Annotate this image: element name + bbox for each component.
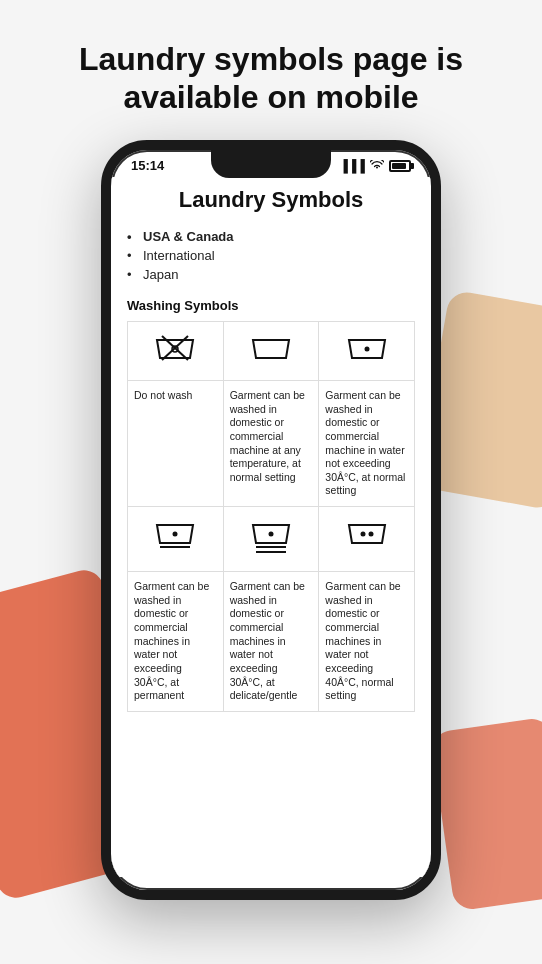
cell-text-wash-30-perm: Garment can be washed in domestic or com… <box>128 572 224 712</box>
symbol-wash-30 <box>319 322 415 381</box>
app-title: Laundry Symbols <box>127 187 415 213</box>
battery-icon <box>389 160 411 172</box>
nav-list[interactable]: USA & Canada International Japan <box>127 227 415 284</box>
phone-content[interactable]: Laundry Symbols USA & Canada Internation… <box>111 177 431 877</box>
symbols-table: Do not wash Garment can be washed in dom… <box>127 321 415 712</box>
symbol-wash-30-delicate <box>223 507 319 572</box>
cell-text-wash-40: Garment can be washed in domestic or com… <box>319 572 415 712</box>
svg-point-4 <box>173 532 178 537</box>
svg-point-3 <box>364 347 369 352</box>
symbol-do-not-wash <box>128 322 224 381</box>
table-row-text-2: Garment can be washed in domestic or com… <box>128 572 415 712</box>
table-row-icons-2 <box>128 507 415 572</box>
symbol-wash-30-perm <box>128 507 224 572</box>
nav-item-japan[interactable]: Japan <box>127 265 415 284</box>
phone-frame: 15:14 ▐▐▐ Laundry Symbols USA & Canada <box>101 140 441 900</box>
status-time: 15:14 <box>131 158 164 173</box>
app-main: Laundry Symbols USA & Canada Internation… <box>111 177 431 712</box>
cell-text-wash-30-delicate: Garment can be washed in domestic or com… <box>223 572 319 712</box>
symbol-wash-any-temp <box>223 322 319 381</box>
nav-item-international[interactable]: International <box>127 246 415 265</box>
phone-notch <box>211 150 331 178</box>
table-row-text-1: Do not wash Garment can be washed in dom… <box>128 381 415 507</box>
symbol-wash-40 <box>319 507 415 572</box>
page-heading: Laundry symbols page is available on mob… <box>0 0 542 141</box>
svg-point-6 <box>268 532 273 537</box>
svg-point-9 <box>360 532 365 537</box>
status-icons: ▐▐▐ <box>339 159 411 173</box>
wifi-icon <box>370 159 384 173</box>
svg-point-10 <box>368 532 373 537</box>
nav-item-usa[interactable]: USA & Canada <box>127 227 415 246</box>
cell-text-wash-30: Garment can be washed in domestic or com… <box>319 381 415 507</box>
cell-text-wash-any-temp: Garment can be washed in domestic or com… <box>223 381 319 507</box>
table-row-icons-1 <box>128 322 415 381</box>
signal-icon: ▐▐▐ <box>339 159 365 173</box>
section-header: Washing Symbols <box>127 294 415 317</box>
bg-decoration-right-bottom <box>430 717 542 912</box>
cell-text-do-not-wash: Do not wash <box>128 381 224 507</box>
